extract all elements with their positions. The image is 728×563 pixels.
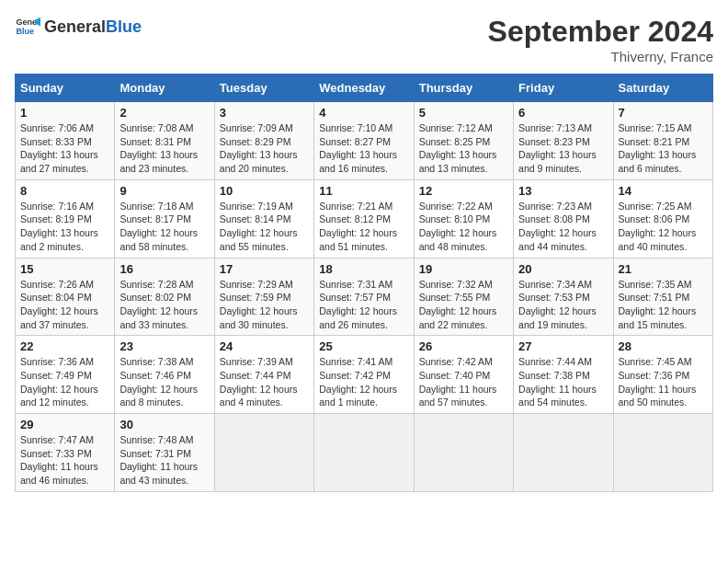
day-number: 6 <box>518 106 608 120</box>
day-number: 29 <box>20 418 109 431</box>
day-cell: 7Sunrise: 7:15 AM Sunset: 8:21 PM Daylig… <box>613 102 712 180</box>
day-number: 17 <box>220 262 309 276</box>
day-cell <box>314 414 414 492</box>
day-cell: 19Sunrise: 7:32 AM Sunset: 7:55 PM Dayli… <box>414 258 513 336</box>
day-info: Sunrise: 7:10 AM Sunset: 8:27 PM Dayligh… <box>319 121 408 176</box>
day-number: 22 <box>20 339 109 353</box>
logo: General Blue GeneralBlue <box>15 15 142 40</box>
day-cell <box>214 414 313 492</box>
svg-text:Blue: Blue <box>16 27 34 36</box>
week-row-3: 15Sunrise: 7:26 AM Sunset: 8:04 PM Dayli… <box>16 258 713 336</box>
day-info: Sunrise: 7:13 AM Sunset: 8:23 PM Dayligh… <box>518 121 608 176</box>
day-number: 7 <box>619 106 708 120</box>
day-number: 23 <box>119 339 209 353</box>
day-number: 15 <box>20 262 109 276</box>
day-cell: 24Sunrise: 7:39 AM Sunset: 7:44 PM Dayli… <box>214 336 313 414</box>
day-number: 28 <box>619 339 708 353</box>
day-number: 11 <box>319 184 408 198</box>
day-cell: 10Sunrise: 7:19 AM Sunset: 8:14 PM Dayli… <box>214 179 313 258</box>
day-info: Sunrise: 7:34 AM Sunset: 7:53 PM Dayligh… <box>518 278 608 332</box>
col-header-thursday: Thursday <box>414 75 513 102</box>
day-info: Sunrise: 7:47 AM Sunset: 7:33 PM Dayligh… <box>20 433 109 488</box>
day-number: 25 <box>319 339 408 353</box>
day-cell: 25Sunrise: 7:41 AM Sunset: 7:42 PM Dayli… <box>314 336 414 414</box>
col-header-friday: Friday <box>514 75 613 102</box>
day-cell: 4Sunrise: 7:10 AM Sunset: 8:27 PM Daylig… <box>314 102 414 180</box>
day-info: Sunrise: 7:21 AM Sunset: 8:12 PM Dayligh… <box>319 200 408 254</box>
day-cell: 17Sunrise: 7:29 AM Sunset: 7:59 PM Dayli… <box>214 258 313 336</box>
day-number: 24 <box>220 339 309 353</box>
day-cell: 26Sunrise: 7:42 AM Sunset: 7:40 PM Dayli… <box>414 336 513 414</box>
day-cell: 22Sunrise: 7:36 AM Sunset: 7:49 PM Dayli… <box>16 336 115 414</box>
col-header-saturday: Saturday <box>613 75 712 102</box>
day-cell: 12Sunrise: 7:22 AM Sunset: 8:10 PM Dayli… <box>414 179 513 258</box>
col-header-monday: Monday <box>115 75 214 102</box>
day-info: Sunrise: 7:15 AM Sunset: 8:21 PM Dayligh… <box>619 121 708 176</box>
calendar-table: SundayMondayTuesdayWednesdayThursdayFrid… <box>15 74 713 492</box>
day-info: Sunrise: 7:29 AM Sunset: 7:59 PM Dayligh… <box>220 278 309 332</box>
day-number: 21 <box>619 262 708 276</box>
header-row: SundayMondayTuesdayWednesdayThursdayFrid… <box>16 75 713 102</box>
day-cell: 29Sunrise: 7:47 AM Sunset: 7:33 PM Dayli… <box>16 414 115 492</box>
day-info: Sunrise: 7:38 AM Sunset: 7:46 PM Dayligh… <box>119 355 209 409</box>
day-info: Sunrise: 7:28 AM Sunset: 8:02 PM Dayligh… <box>119 278 209 332</box>
day-cell: 18Sunrise: 7:31 AM Sunset: 7:57 PM Dayli… <box>314 258 414 336</box>
day-number: 26 <box>419 339 508 353</box>
day-number: 8 <box>20 184 109 198</box>
week-row-2: 8Sunrise: 7:16 AM Sunset: 8:19 PM Daylig… <box>16 179 713 258</box>
day-cell: 1Sunrise: 7:06 AM Sunset: 8:33 PM Daylig… <box>16 102 115 180</box>
day-info: Sunrise: 7:23 AM Sunset: 8:08 PM Dayligh… <box>518 200 608 254</box>
day-number: 20 <box>518 262 608 276</box>
day-info: Sunrise: 7:45 AM Sunset: 7:36 PM Dayligh… <box>619 355 708 409</box>
day-number: 30 <box>119 418 209 431</box>
day-number: 18 <box>319 262 408 276</box>
day-info: Sunrise: 7:39 AM Sunset: 7:44 PM Dayligh… <box>220 355 309 409</box>
day-cell: 16Sunrise: 7:28 AM Sunset: 8:02 PM Dayli… <box>115 258 214 336</box>
day-number: 10 <box>220 184 309 198</box>
week-row-4: 22Sunrise: 7:36 AM Sunset: 7:49 PM Dayli… <box>16 336 713 414</box>
day-info: Sunrise: 7:16 AM Sunset: 8:19 PM Dayligh… <box>20 200 109 254</box>
col-header-tuesday: Tuesday <box>214 75 313 102</box>
day-number: 5 <box>419 106 508 120</box>
day-info: Sunrise: 7:35 AM Sunset: 7:51 PM Dayligh… <box>619 278 708 332</box>
day-info: Sunrise: 7:31 AM Sunset: 7:57 PM Dayligh… <box>319 278 408 332</box>
day-cell: 27Sunrise: 7:44 AM Sunset: 7:38 PM Dayli… <box>514 336 613 414</box>
logo-icon: General Blue <box>15 15 40 40</box>
logo-line1: General <box>44 17 106 36</box>
day-number: 1 <box>20 106 109 120</box>
col-header-wednesday: Wednesday <box>314 75 414 102</box>
day-cell <box>613 414 712 492</box>
day-number: 12 <box>419 184 508 198</box>
day-cell: 28Sunrise: 7:45 AM Sunset: 7:36 PM Dayli… <box>613 336 712 414</box>
day-cell: 3Sunrise: 7:09 AM Sunset: 8:29 PM Daylig… <box>214 102 313 180</box>
day-info: Sunrise: 7:08 AM Sunset: 8:31 PM Dayligh… <box>119 121 209 176</box>
day-number: 13 <box>518 184 608 198</box>
day-info: Sunrise: 7:06 AM Sunset: 8:33 PM Dayligh… <box>20 121 109 176</box>
day-cell: 2Sunrise: 7:08 AM Sunset: 8:31 PM Daylig… <box>115 102 214 180</box>
day-cell: 23Sunrise: 7:38 AM Sunset: 7:46 PM Dayli… <box>115 336 214 414</box>
month-title: September 2024 <box>488 15 713 49</box>
day-number: 16 <box>119 262 209 276</box>
day-cell: 5Sunrise: 7:12 AM Sunset: 8:25 PM Daylig… <box>414 102 513 180</box>
day-cell <box>514 414 613 492</box>
day-info: Sunrise: 7:42 AM Sunset: 7:40 PM Dayligh… <box>419 355 508 409</box>
day-cell: 14Sunrise: 7:25 AM Sunset: 8:06 PM Dayli… <box>613 179 712 258</box>
title-area: September 2024 Thiverny, France <box>488 15 713 64</box>
logo-text: GeneralBlue <box>44 18 142 37</box>
day-number: 14 <box>619 184 708 198</box>
day-cell: 20Sunrise: 7:34 AM Sunset: 7:53 PM Dayli… <box>514 258 613 336</box>
day-info: Sunrise: 7:48 AM Sunset: 7:31 PM Dayligh… <box>119 433 209 488</box>
day-cell: 8Sunrise: 7:16 AM Sunset: 8:19 PM Daylig… <box>16 179 115 258</box>
day-cell: 11Sunrise: 7:21 AM Sunset: 8:12 PM Dayli… <box>314 179 414 258</box>
day-info: Sunrise: 7:32 AM Sunset: 7:55 PM Dayligh… <box>419 278 508 332</box>
header: General Blue GeneralBlue September 2024 … <box>15 15 713 64</box>
day-number: 4 <box>319 106 408 120</box>
day-info: Sunrise: 7:41 AM Sunset: 7:42 PM Dayligh… <box>319 355 408 409</box>
day-info: Sunrise: 7:19 AM Sunset: 8:14 PM Dayligh… <box>220 200 309 254</box>
day-info: Sunrise: 7:22 AM Sunset: 8:10 PM Dayligh… <box>419 200 508 254</box>
day-number: 9 <box>119 184 209 198</box>
day-cell: 13Sunrise: 7:23 AM Sunset: 8:08 PM Dayli… <box>514 179 613 258</box>
week-row-5: 29Sunrise: 7:47 AM Sunset: 7:33 PM Dayli… <box>16 414 713 492</box>
day-number: 2 <box>119 106 209 120</box>
location-title: Thiverny, France <box>488 49 713 64</box>
